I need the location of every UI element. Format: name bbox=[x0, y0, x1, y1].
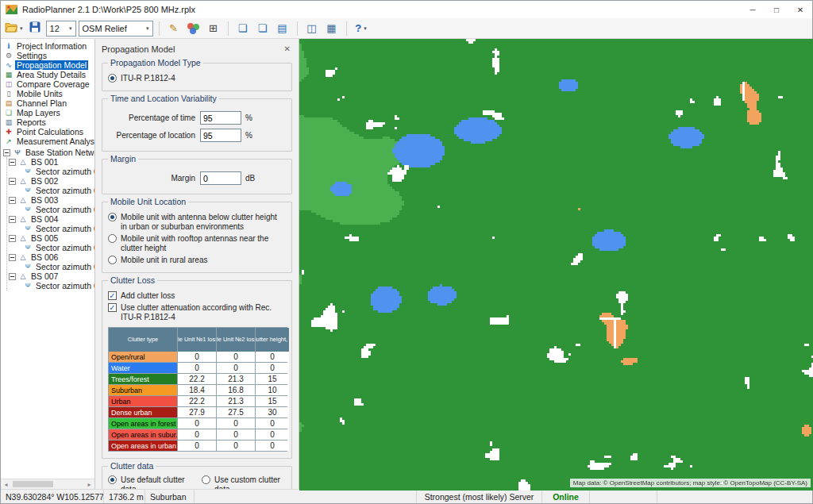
collapse-toggle-icon[interactable] bbox=[9, 197, 16, 204]
sidebar-item-propagation-model[interactable]: ∿ Propagation Model bbox=[1, 60, 94, 70]
clutter-loss1-cell[interactable]: 0 bbox=[178, 418, 216, 429]
collapse-toggle-icon[interactable] bbox=[9, 178, 16, 185]
field-percentage-of-location: Percentage of location % bbox=[108, 129, 286, 142]
scroll-right-icon[interactable]: ▸ bbox=[84, 479, 94, 490]
percentage-of-time-input[interactable] bbox=[200, 111, 241, 125]
tree-node-bs-007[interactable]: △ BS 007 bbox=[7, 271, 94, 281]
radio-itu-r-p1812-4[interactable]: ITU-R P.1812-4 bbox=[108, 74, 286, 83]
tree-node-base-station-network[interactable]: Ψ Base Station Network bbox=[1, 148, 94, 157]
clutter-height-cell[interactable]: 0 bbox=[256, 352, 289, 362]
clutter-height-cell[interactable]: 0 bbox=[256, 363, 289, 373]
clutter-loss2-cell[interactable]: 0 bbox=[217, 429, 255, 440]
scrollbar-track[interactable] bbox=[11, 479, 84, 489]
clutter-loss2-cell[interactable]: 0 bbox=[217, 418, 255, 429]
help-button[interactable]: ? ▾ bbox=[353, 20, 370, 37]
sidebar-item-point-calculations[interactable]: ✚ Point Calculations bbox=[1, 127, 94, 137]
open-project-button[interactable]: ▾ bbox=[4, 20, 24, 37]
sidebar-item-channel-plan[interactable]: ▤ Channel Plan bbox=[1, 98, 94, 108]
sidebar-item-map-layers[interactable]: ❏ Map Layers bbox=[1, 108, 94, 117]
sidebar-horizontal-scrollbar[interactable]: ◂ ▸ bbox=[1, 479, 94, 489]
tree-node-bs-006-sector[interactable]: Ψ Sector azimuth 0° bbox=[7, 262, 94, 271]
close-button[interactable]: ✕ bbox=[788, 1, 812, 18]
radio-antenna-below-clutter[interactable]: Mobile unit with antenna below clutter h… bbox=[108, 213, 286, 232]
sidebar-item-project-information[interactable]: ℹ Project Information bbox=[1, 41, 94, 51]
clutter-loss2-cell[interactable]: 21.3 bbox=[217, 374, 255, 384]
tree-node-bs-003[interactable]: △ BS 003 bbox=[7, 195, 94, 205]
sidebar-item-measurement-analysis[interactable]: ↗ Measurement Analysis bbox=[1, 137, 94, 146]
clutter-height-cell[interactable]: 30 bbox=[256, 407, 289, 417]
clutter-loss1-cell[interactable]: 22.2 bbox=[178, 396, 216, 406]
collapse-toggle-icon[interactable] bbox=[9, 273, 16, 280]
clutter-height-cell[interactable]: 0 bbox=[256, 418, 289, 429]
clutter-loss1-cell[interactable]: 18.4 bbox=[178, 385, 216, 395]
save-project-button[interactable] bbox=[26, 20, 44, 37]
sidebar-item-reports[interactable]: ▥ Reports bbox=[1, 117, 94, 127]
status-spacer bbox=[590, 490, 657, 503]
tree-node-label: Sector azimuth 0° bbox=[34, 281, 95, 290]
clutter-height-cell[interactable]: 15 bbox=[256, 396, 289, 406]
minimize-button[interactable]: ─ bbox=[741, 1, 765, 18]
coverage-colors-button[interactable] bbox=[185, 20, 202, 37]
scroll-left-icon[interactable]: ◂ bbox=[1, 479, 11, 490]
tree-node-bs-001-sector[interactable]: Ψ Sector azimuth 0° bbox=[7, 167, 94, 176]
zoom-level-select[interactable]: 12 ▾ bbox=[46, 21, 76, 37]
clutter-loss2-cell[interactable]: 21.3 bbox=[217, 396, 255, 406]
clutter-loss2-cell[interactable]: 0 bbox=[217, 441, 255, 451]
clutter-loss2-cell[interactable]: 27.5 bbox=[217, 407, 255, 417]
margin-input[interactable] bbox=[200, 171, 241, 185]
split-view-button[interactable]: ◫ bbox=[303, 20, 321, 37]
clutter-loss1-cell[interactable]: 0 bbox=[178, 352, 216, 362]
tree-node-bs-007-sector[interactable]: Ψ Sector azimuth 0° bbox=[7, 281, 94, 290]
sidebar-item-mobile-units[interactable]: ▯ Mobile Units bbox=[1, 89, 94, 98]
checkbox-use-clutter-attenuation[interactable]: ✓ Use clutter attenuation according with… bbox=[108, 303, 286, 322]
map-style-select[interactable]: OSM Relief ▾ bbox=[79, 21, 153, 37]
collapse-toggle-icon[interactable] bbox=[9, 159, 16, 166]
clutter-loss1-cell[interactable]: 22.2 bbox=[178, 374, 216, 384]
clutter-height-cell[interactable]: 0 bbox=[256, 441, 289, 451]
clutter-loss2-cell[interactable]: 0 bbox=[217, 363, 255, 373]
tree-node-bs-006[interactable]: △ BS 006 bbox=[7, 252, 94, 262]
add-object-button[interactable]: ⊞ bbox=[205, 20, 222, 37]
radio-custom-clutter-data[interactable]: Use custom clutter data bbox=[202, 475, 286, 489]
map-legend-button[interactable]: ▦ bbox=[323, 20, 341, 37]
radio-default-clutter-data[interactable]: Use default clutter data bbox=[108, 475, 191, 489]
tree-node-bs-005[interactable]: △ BS 005 bbox=[7, 233, 94, 243]
tree-node-bs-004-sector[interactable]: Ψ Sector azimuth 0° bbox=[7, 224, 94, 233]
clutter-loss1-cell[interactable]: 0 bbox=[178, 429, 216, 440]
map-canvas[interactable] bbox=[299, 39, 813, 491]
clutter-loss1-cell[interactable]: 27.9 bbox=[178, 407, 216, 417]
collapse-toggle-icon[interactable] bbox=[3, 149, 10, 156]
tree-node-bs-001[interactable]: △ BS 001 bbox=[7, 157, 94, 167]
panel-close-button[interactable]: ✕ bbox=[283, 44, 292, 53]
edit-objects-button[interactable]: ✎ bbox=[165, 20, 183, 37]
clutter-height-cell[interactable]: 15 bbox=[256, 374, 289, 384]
scrollbar-thumb[interactable] bbox=[13, 481, 53, 487]
tree-node-bs-004[interactable]: △ BS 004 bbox=[7, 214, 94, 224]
clutter-height-cell[interactable]: 10 bbox=[256, 385, 289, 395]
clutter-height-cell[interactable]: 0 bbox=[256, 429, 289, 440]
tree-node-bs-002[interactable]: △ BS 002 bbox=[7, 176, 94, 186]
percentage-of-location-input[interactable] bbox=[200, 129, 241, 142]
collapse-toggle-icon[interactable] bbox=[9, 254, 16, 261]
clutter-loss2-cell[interactable]: 0 bbox=[217, 352, 255, 362]
radio-rural-areas[interactable]: Mobile unit in rural areas bbox=[108, 256, 286, 265]
collapse-toggle-icon[interactable] bbox=[9, 216, 16, 223]
collapse-toggle-icon[interactable] bbox=[9, 235, 16, 242]
tree-node-bs-005-sector[interactable]: Ψ Sector azimuth 0° bbox=[7, 243, 94, 252]
export-map-image-button[interactable]: ❏ bbox=[254, 20, 272, 37]
radio-rooftop-antennas[interactable]: Mobile unit with rooftop antennas near t… bbox=[108, 234, 286, 253]
sidebar-item-compare-coverage[interactable]: ◫ Compare Coverage bbox=[1, 79, 94, 89]
clutter-loss1-cell[interactable]: 0 bbox=[178, 363, 216, 373]
print-map-button[interactable]: ▤ bbox=[274, 20, 291, 37]
sidebar-item-settings[interactable]: ⚙ Settings bbox=[1, 51, 94, 60]
tree-node-bs-002-sector[interactable]: Ψ Sector azimuth 0° bbox=[7, 186, 94, 195]
sidebar-item-area-study-details[interactable]: ▦ Area Study Details bbox=[1, 70, 94, 79]
map-view[interactable]: Map data: © OpenStreetMap contributors; … bbox=[299, 39, 812, 489]
copy-map-button[interactable]: ❏ bbox=[234, 20, 252, 37]
clutter-loss2-cell[interactable]: 16.8 bbox=[217, 385, 255, 395]
maximize-button[interactable]: □ bbox=[765, 1, 788, 18]
tree-node-bs-003-sector[interactable]: Ψ Sector azimuth 0° bbox=[7, 205, 94, 214]
clutter-loss1-cell[interactable]: 0 bbox=[178, 441, 216, 451]
clutter-table-row: Suburban 18.4 16.8 10 bbox=[109, 385, 287, 395]
checkbox-add-clutter-loss[interactable]: ✓ Add clutter loss bbox=[108, 291, 286, 301]
